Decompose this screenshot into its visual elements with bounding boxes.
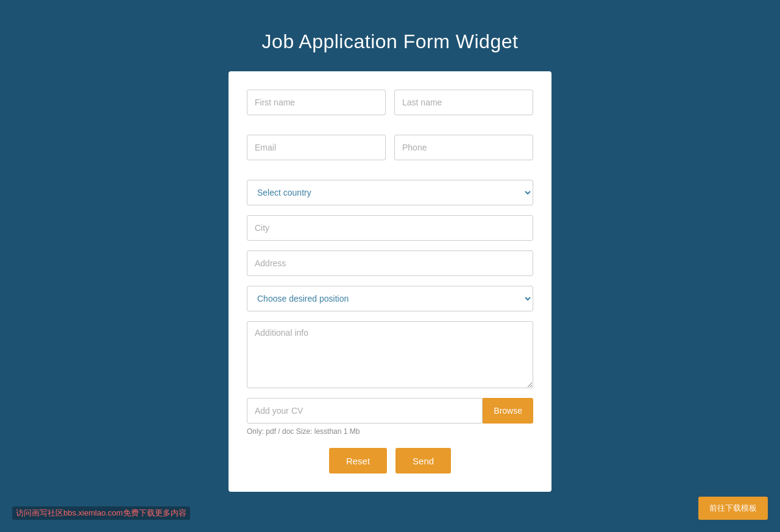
email-input[interactable] — [247, 135, 386, 160]
email-group — [247, 135, 386, 160]
browse-button[interactable]: Browse — [483, 398, 533, 424]
download-template-button[interactable]: 前往下载模板 — [698, 497, 768, 520]
form-card: Select country United States United King… — [229, 71, 551, 492]
last-name-group — [394, 90, 533, 115]
address-group — [247, 250, 533, 276]
country-group: Select country United States United King… — [247, 180, 533, 205]
page-title: Job Application Form Widget — [262, 30, 519, 53]
watermark-label: 访问画写社区bbs.xiemlao.com免费下载更多内容 — [12, 506, 190, 520]
name-row — [247, 90, 533, 125]
first-name-group — [247, 90, 386, 115]
position-select[interactable]: Choose desired position Developer Design… — [247, 286, 533, 311]
last-name-input[interactable] — [394, 90, 533, 115]
city-group — [247, 215, 533, 241]
city-input[interactable] — [247, 215, 533, 241]
file-hint: Only: pdf / doc Size: lessthan 1 Mb — [247, 427, 533, 436]
reset-button[interactable]: Reset — [329, 448, 387, 473]
additional-info-group — [247, 321, 533, 388]
send-button[interactable]: Send — [395, 448, 451, 473]
position-group: Choose desired position Developer Design… — [247, 286, 533, 311]
button-row: Reset Send — [247, 448, 533, 473]
phone-group — [394, 135, 533, 160]
country-select[interactable]: Select country United States United King… — [247, 180, 533, 205]
address-input[interactable] — [247, 250, 533, 276]
cv-row: Browse — [247, 398, 533, 424]
first-name-input[interactable] — [247, 90, 386, 115]
contact-row — [247, 135, 533, 170]
cv-input[interactable] — [247, 398, 483, 424]
additional-info-textarea[interactable] — [247, 321, 533, 388]
phone-input[interactable] — [394, 135, 533, 160]
